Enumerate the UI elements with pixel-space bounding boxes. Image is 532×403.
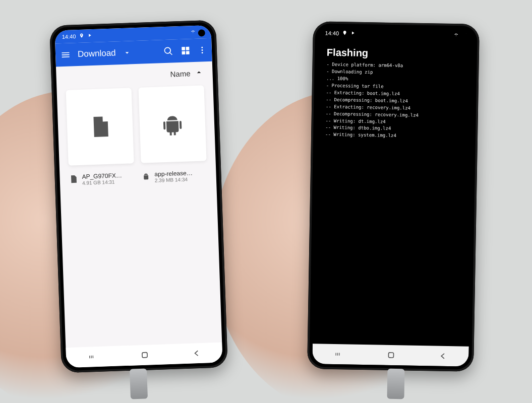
usb-connector (387, 369, 404, 399)
more-vert-icon[interactable] (198, 45, 207, 55)
chevron-down-icon[interactable] (123, 48, 131, 57)
search-icon[interactable] (163, 46, 174, 56)
recents-icon[interactable] (87, 353, 98, 361)
android-icon (160, 109, 185, 140)
file-time: 14:31 (102, 179, 114, 185)
file-grid (56, 82, 215, 169)
file-time: 14:34 (175, 177, 188, 183)
view-grid-icon[interactable] (181, 45, 191, 56)
location-icon (342, 30, 347, 36)
recents-icon[interactable] (333, 350, 344, 358)
terminal-output: - Device platform: arm64-v8a- Downloadin… (316, 61, 474, 141)
phone-right: 14:40 Flashing (307, 21, 480, 372)
home-icon[interactable] (140, 350, 150, 360)
file-icon (69, 174, 78, 186)
play-icon (350, 30, 355, 36)
file-icon (87, 112, 112, 142)
home-icon[interactable] (386, 350, 396, 360)
file-size: 2.39 MB (155, 177, 174, 183)
status-time: 14:40 (325, 30, 339, 36)
file-size: 4.91 GB (82, 180, 101, 186)
screen-terminal: 14:40 Flashing (312, 26, 475, 366)
status-time: 14:40 (62, 33, 76, 40)
file-tile[interactable] (66, 88, 134, 165)
sort-label: Name (170, 69, 191, 78)
play-icon (87, 33, 92, 39)
terminal-title: Flashing (318, 39, 475, 63)
file-tile[interactable] (138, 85, 206, 163)
back-icon[interactable] (438, 351, 448, 361)
wifi-icon (453, 32, 459, 38)
svg-point-0 (201, 47, 203, 48)
chevron-up-icon (194, 68, 204, 79)
screen-files: 14:40 (54, 25, 222, 368)
back-icon[interactable] (191, 348, 202, 359)
svg-point-1 (201, 49, 203, 51)
wifi-icon (190, 29, 196, 35)
svg-rect-3 (142, 353, 147, 358)
android-icon (141, 171, 151, 184)
svg-rect-4 (388, 353, 393, 358)
phone-left: 14:40 (49, 20, 228, 373)
appbar-title[interactable]: Download (78, 48, 116, 59)
file-item[interactable]: app-release… 2.39 MB 14:34 (141, 169, 207, 184)
usb-connector (130, 368, 148, 399)
nav-bar (312, 344, 469, 366)
file-item[interactable]: AP_G970FX… 4.91 GB 14:31 (69, 171, 135, 186)
svg-point-2 (202, 52, 203, 53)
menu-icon[interactable] (61, 50, 71, 60)
nav-bar (66, 342, 222, 368)
location-icon (79, 33, 84, 39)
